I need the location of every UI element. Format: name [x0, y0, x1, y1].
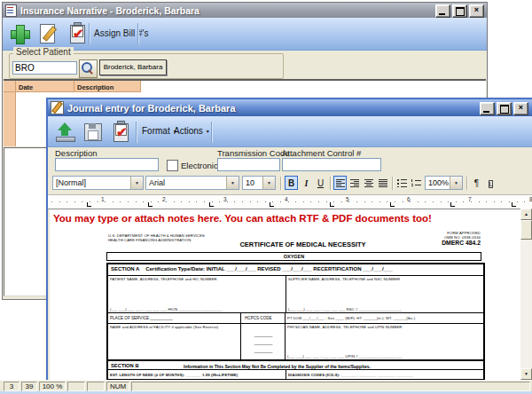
- tab-stop-marker[interactable]: [270, 202, 274, 207]
- row-selector-header: [4, 81, 16, 92]
- post-entry-button[interactable]: [52, 119, 77, 144]
- font-size-combo[interactable]: 10 ▼: [242, 176, 276, 190]
- tab-stop-marker[interactable]: [209, 202, 214, 207]
- physician-cell: PHYSICIAN NAME, ADDRESS, TELEPHONE and U…: [285, 324, 483, 359]
- vertical-scrollbar[interactable]: ▲ ▼: [520, 209, 532, 380]
- tab-stop-marker[interactable]: [148, 202, 153, 207]
- select-patient-label: Select Patient: [13, 47, 74, 57]
- scroll-down-button[interactable]: ▼: [520, 368, 532, 380]
- row-selector-gutter: [4, 92, 16, 146]
- verify-button[interactable]: ✔: [65, 20, 91, 47]
- align-right-button[interactable]: [348, 176, 361, 190]
- description-label: Description: [55, 148, 98, 158]
- chevron-down-icon[interactable]: ▼: [130, 177, 143, 189]
- agency-line-2: HEALTH CARE FINANCING ADMINISTRATION: [108, 238, 191, 242]
- patient-search-button[interactable]: [79, 59, 98, 78]
- status-panel-message: [131, 382, 530, 391]
- align-left-button[interactable]: [333, 176, 347, 190]
- close-button[interactable]: ×: [469, 4, 484, 18]
- frame-icon: L: [489, 180, 494, 188]
- insurance-title-bar[interactable]: Insurance Narrative - Broderick, Barbara…: [3, 3, 487, 18]
- document-editor-area[interactable]: You may type or attach notes here. You c…: [50, 209, 520, 381]
- selected-patient-box[interactable]: Broderick, Barbara: [99, 59, 167, 75]
- minimize-button[interactable]: [480, 102, 495, 115]
- patient-supplier-row: PATIENT NAME, ADDRESS, TELEPHONE and HIC…: [108, 275, 483, 312]
- tab-stop-marker[interactable]: [390, 202, 395, 207]
- supplier-phone-nsc: (___ ___) ___ ___ - ___ ___ ___ NSC # __…: [288, 307, 402, 311]
- transmission-code-label: Transmission Code: [217, 148, 289, 158]
- minimize-button[interactable]: [435, 4, 450, 18]
- assign-bill-numbers-button[interactable]: Assign Bill #'s: [94, 20, 148, 47]
- edit-narrative-button[interactable]: [35, 20, 62, 47]
- chevron-down-icon[interactable]: ▼: [262, 177, 275, 189]
- save-button[interactable]: [80, 119, 105, 144]
- form-code: DMERC 484.2: [442, 240, 481, 246]
- align-center-button[interactable]: [362, 176, 375, 190]
- underline-button[interactable]: U: [314, 176, 327, 190]
- ruler-number: 7: [468, 196, 472, 202]
- scroll-up-button[interactable]: ▲: [520, 209, 532, 220]
- search-icon-handle: [88, 69, 93, 75]
- journal-title-bar[interactable]: Journal entry for Broderick, Barbara ×: [48, 99, 532, 116]
- attachment-control-input[interactable]: [282, 158, 381, 171]
- justify-icon: [379, 179, 387, 187]
- status-panel-page: 3: [4, 382, 20, 391]
- ruler-number: 6: [407, 196, 411, 202]
- electronic-checkbox[interactable]: [167, 160, 178, 171]
- transmission-code-input[interactable]: [217, 158, 280, 171]
- journal-entry-window: Journal entry for Broderick, Barbara × ✔…: [46, 98, 532, 382]
- show-paragraph-marks-button[interactable]: ¶: [470, 176, 483, 190]
- bold-button[interactable]: B: [285, 176, 298, 190]
- status-panel-zoom: 100 %: [39, 382, 66, 391]
- justify-button[interactable]: [376, 176, 389, 190]
- new-narrative-button[interactable]: [6, 20, 33, 47]
- status-bar: 3 39 100 % NUM: [0, 380, 532, 391]
- patient-phone-hicn: (___ ___) ___ ___ - ___ ___ ___ HICN ___…: [110, 307, 222, 311]
- tab-stop-marker[interactable]: [450, 202, 455, 207]
- toolbar-separator: [392, 177, 393, 190]
- description-column-header[interactable]: Description: [74, 81, 141, 92]
- paragraph-style-combo[interactable]: [Normal] ▼: [52, 176, 144, 190]
- toolbar-separator: [330, 177, 331, 190]
- font-name-combo[interactable]: Arial ▼: [145, 176, 239, 190]
- status-panel-numlock: NUM: [106, 382, 129, 391]
- ruler-number: 5: [346, 196, 349, 202]
- toolbar-separator: [89, 23, 90, 44]
- pt-dob-line: PT DOB ___/___/___ ; Sex ____ (M/F); HT.…: [287, 316, 415, 320]
- bullet-list-button[interactable]: [395, 176, 409, 190]
- tab-stop-marker[interactable]: [330, 202, 334, 207]
- physician-label: PHYSICIAN NAME, ADDRESS, TELEPHONE and U…: [287, 325, 402, 329]
- scrollbar-thumb[interactable]: [520, 220, 532, 240]
- align-right-icon: [350, 179, 359, 187]
- tab-stop-marker[interactable]: [87, 202, 91, 207]
- spell-check-button[interactable]: ✔: [108, 119, 133, 144]
- format-menu[interactable]: Format▾: [142, 123, 176, 139]
- zoom-combo[interactable]: 100% ▼: [425, 176, 463, 190]
- format-menu-label: Format: [142, 126, 170, 136]
- maximize-button[interactable]: [452, 4, 467, 18]
- section-a-text: Certification Type/Date: INITIAL ___/___…: [145, 266, 392, 272]
- insert-frame-button[interactable]: L: [484, 176, 497, 190]
- insurance-window-icon: [5, 4, 17, 17]
- chevron-down-icon: ▾: [207, 129, 209, 134]
- place-of-service: PLACE OF SERVICE __________: [110, 316, 173, 320]
- date-column-header[interactable]: Date: [16, 81, 74, 92]
- hcpcs-cell: HCPCS CODE: [240, 313, 286, 323]
- formatting-toolbar: [Normal] ▼ Arial ▼ 10 ▼ B I U: [48, 173, 532, 193]
- close-button[interactable]: ×: [513, 102, 528, 115]
- ruler-ticks: [51, 201, 528, 202]
- paragraph-style-value: [Normal]: [56, 178, 86, 187]
- tab-stop-marker[interactable]: [512, 202, 516, 207]
- ruler[interactable]: 1 2 3 4 5 6 7 8: [48, 194, 532, 209]
- actions-menu[interactable]: Actions▾: [174, 123, 209, 139]
- chevron-down-icon[interactable]: ▼: [450, 177, 462, 189]
- maximize-button[interactable]: [497, 102, 512, 115]
- italic-button[interactable]: I: [300, 176, 313, 190]
- numbered-list-button[interactable]: [410, 176, 423, 190]
- chevron-down-icon[interactable]: ▼: [226, 177, 239, 189]
- align-left-icon: [336, 179, 345, 187]
- description-input[interactable]: [55, 158, 159, 171]
- patient-search-input[interactable]: [12, 61, 77, 75]
- place-hcpcs-pt-row: PLACE OF SERVICE __________ HCPCS CODE P…: [108, 312, 483, 323]
- pt-info-cell: PT DOB ___/___/___ ; Sex ____ (M/F); HT.…: [285, 313, 483, 323]
